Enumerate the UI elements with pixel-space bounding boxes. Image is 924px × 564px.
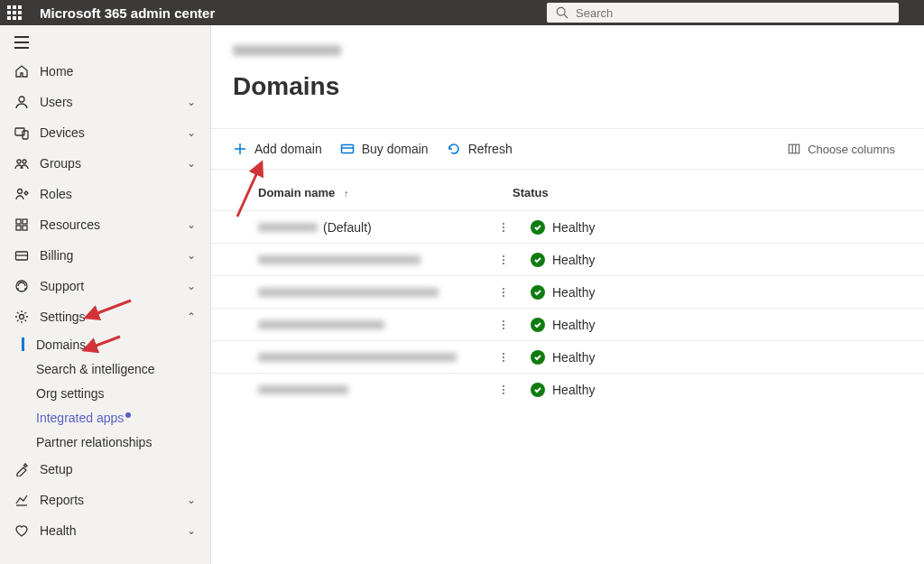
card-icon	[340, 142, 355, 156]
chevron-down-icon: ⌄	[187, 249, 196, 262]
sidebar-item-label: Groups	[40, 156, 81, 171]
notification-dot-icon	[125, 412, 131, 418]
health-icon	[14, 523, 29, 538]
sidebar-item-settings[interactable]: Settings⌃	[0, 301, 210, 332]
healthy-check-icon	[531, 253, 545, 267]
sidebar-subitem-org-settings[interactable]: Org settings	[0, 381, 210, 405]
sidebar-item-roles[interactable]: Roles	[0, 179, 210, 209]
col-header-domain-name[interactable]: Domain name ↑	[233, 186, 494, 199]
sidebar-subitem-domains[interactable]: Domains	[0, 332, 210, 356]
sidebar-item-support[interactable]: Support⌄	[0, 271, 210, 301]
sidebar-item-resources[interactable]: Resources⌄	[0, 209, 210, 240]
chevron-down-icon: ⌄	[187, 280, 196, 292]
healthy-check-icon	[531, 383, 545, 397]
support-icon	[14, 279, 29, 293]
domain-name-redacted	[258, 320, 384, 329]
sidebar-item-health[interactable]: Health⌄	[0, 515, 210, 546]
sidebar-item-reports[interactable]: Reports⌄	[0, 485, 210, 515]
svg-point-5	[17, 160, 21, 163]
sort-ascending-icon: ↑	[344, 188, 349, 199]
status-text: Healthy	[552, 350, 595, 365]
toolbar: Add domain Buy domain Refresh Choose col…	[211, 128, 924, 170]
cell-domain-name	[233, 320, 494, 329]
add-domain-button[interactable]: Add domain	[233, 142, 322, 156]
svg-rect-19	[341, 145, 353, 153]
svg-point-2	[19, 97, 24, 102]
sidebar-subitem-search-intelligence[interactable]: Search & intelligence	[0, 356, 210, 381]
cell-status: Healthy	[513, 350, 595, 365]
sidebar-subitem-label: Org settings	[36, 386, 104, 401]
choose-columns-label: Choose columns	[808, 143, 895, 156]
row-more-button[interactable]	[494, 320, 513, 329]
refresh-button[interactable]: Refresh	[447, 142, 513, 156]
healthy-check-icon	[531, 220, 545, 235]
home-icon	[14, 64, 29, 79]
sidebar-item-label: Support	[40, 279, 84, 293]
col-header-status[interactable]: Status	[494, 186, 902, 199]
sidebar-subitem-label: Search & intelligence	[36, 362, 155, 376]
svg-point-6	[23, 160, 26, 163]
table-row[interactable]: Healthy	[211, 243, 924, 275]
svg-rect-10	[16, 226, 21, 230]
svg-rect-9	[23, 219, 27, 224]
table-row[interactable]: Healthy	[211, 373, 924, 405]
sidebar: HomeUsers⌄Devices⌄Groups⌄RolesResources⌄…	[0, 25, 211, 564]
choose-columns-button[interactable]: Choose columns	[788, 143, 895, 156]
row-more-button[interactable]	[494, 288, 513, 297]
table-row[interactable]: Healthy	[211, 340, 924, 373]
buy-domain-button[interactable]: Buy domain	[340, 142, 429, 156]
status-text: Healthy	[552, 285, 595, 300]
cell-status: Healthy	[513, 253, 595, 267]
chevron-down-icon: ⌄	[187, 96, 196, 108]
sidebar-subitem-partner-relationships[interactable]: Partner relationships	[0, 430, 210, 454]
cell-status: Healthy	[513, 383, 595, 397]
domain-name-redacted	[258, 255, 420, 264]
app-launcher-icon[interactable]	[7, 5, 22, 20]
row-more-button[interactable]	[494, 223, 513, 232]
cell-domain-name	[233, 385, 494, 394]
domain-name-redacted	[258, 223, 318, 232]
sidebar-item-home[interactable]: Home	[0, 56, 210, 87]
sidebar-item-label: Billing	[40, 248, 73, 263]
svg-point-7	[18, 190, 23, 194]
cell-status: Healthy	[513, 285, 595, 300]
sidebar-item-label: Roles	[40, 187, 72, 201]
cell-domain-name: (Default)	[233, 220, 494, 235]
sidebar-item-label: Users	[40, 95, 73, 109]
hamburger-icon[interactable]	[14, 36, 29, 49]
sidebar-item-groups[interactable]: Groups⌄	[0, 148, 210, 179]
resources-icon	[14, 217, 29, 232]
sidebar-item-devices[interactable]: Devices⌄	[0, 117, 210, 148]
search-box[interactable]	[547, 3, 899, 23]
columns-icon	[788, 143, 800, 155]
user-icon	[14, 95, 29, 109]
table-row[interactable]: (Default)Healthy	[211, 210, 924, 243]
search-input[interactable]	[576, 6, 890, 20]
sidebar-subitem-label: Partner relationships	[36, 435, 152, 449]
sidebar-item-label: Health	[40, 523, 76, 538]
svg-point-0	[557, 7, 565, 15]
setup-icon	[14, 462, 29, 476]
cell-status: Healthy	[513, 220, 595, 235]
row-more-button[interactable]	[494, 353, 513, 362]
header-bar: Microsoft 365 admin center	[0, 0, 924, 25]
sidebar-item-users[interactable]: Users⌄	[0, 87, 210, 117]
row-more-button[interactable]	[494, 385, 513, 394]
table-row[interactable]: Healthy	[211, 308, 924, 340]
reports-icon	[14, 493, 29, 507]
plus-icon	[233, 142, 247, 156]
groups-icon	[14, 156, 29, 171]
svg-rect-21	[789, 144, 799, 153]
domains-table-body: (Default)HealthyHealthyHealthyHealthyHea…	[211, 210, 924, 405]
table-row[interactable]: Healthy	[211, 275, 924, 308]
healthy-check-icon	[531, 350, 545, 365]
healthy-check-icon	[531, 318, 545, 332]
sidebar-item-billing[interactable]: Billing⌄	[0, 240, 210, 271]
svg-rect-8	[16, 219, 21, 224]
chevron-down-icon: ⌄	[187, 494, 196, 506]
row-more-button[interactable]	[494, 255, 513, 264]
buy-domain-label: Buy domain	[362, 142, 429, 156]
status-text: Healthy	[552, 318, 595, 332]
sidebar-subitem-integrated-apps[interactable]: Integrated apps	[0, 405, 210, 430]
sidebar-item-setup[interactable]: Setup	[0, 454, 210, 485]
